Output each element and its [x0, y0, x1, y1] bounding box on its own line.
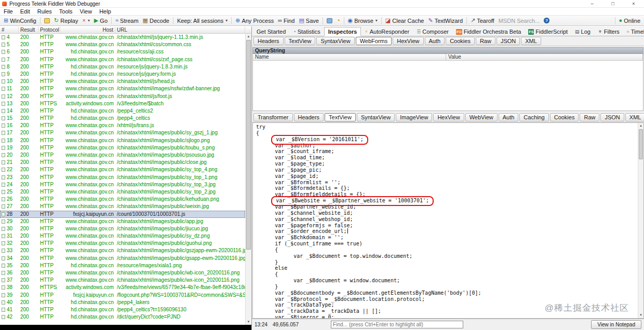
go-button[interactable]: ▶Go [92, 17, 110, 24]
response-tab-imageview[interactable]: ImageView [396, 113, 432, 121]
tab-filters[interactable]: ▼Filters [594, 28, 623, 36]
help-button[interactable]: ? [542, 17, 552, 24]
code-view[interactable]: try{ var _$BVersion = '20161011'; var _$… [252, 122, 644, 319]
decode-button[interactable]: ▦Decode [141, 17, 171, 24]
request-tab-syntaxview[interactable]: SyntaxView [316, 37, 354, 45]
session-row[interactable]: 36200HTTPwww.chinatax.gov.cn/chinatax/xh… [0, 269, 245, 277]
response-tab-auth[interactable]: Auth [499, 113, 519, 121]
session-row[interactable]: 42200HTTPhd.chinatax.gov.cn/dict/queryDi… [0, 313, 245, 321]
tearoff-button[interactable]: ↗Tearoff [468, 17, 497, 24]
session-row[interactable]: 9200HTTPhd.chinatax.gov.cn/resource/js/j… [0, 71, 245, 78]
session-row[interactable]: 33200HTTPwww.chinatax.gov.cn/chinatax/xh… [0, 247, 245, 254]
request-tab-cookies[interactable]: Cookies [446, 37, 475, 45]
find-input[interactable] [331, 321, 463, 328]
session-row[interactable]: 26200HTTPwww.chinatax.gov.cn/chinatax/xh… [0, 196, 245, 203]
session-row[interactable]: 18200HTTPwww.chinatax.gov.cn/chinatax/xh… [0, 137, 245, 144]
session-row[interactable]: 29200HTTPwww.chinatax.gov.cn/chinatax/xh… [0, 218, 245, 225]
session-row[interactable]: 7200HTTPwww.chinatax.gov.cn/chinatax/xht… [0, 56, 245, 63]
scrollbar-thumb[interactable] [246, 40, 251, 250]
response-tab-hexview[interactable]: HexView [433, 113, 464, 121]
close-button[interactable]: × [623, 0, 644, 8]
session-row[interactable]: 22200HTTPwww.chinatax.gov.cn/chinatax/xh… [0, 166, 245, 173]
menu-item-view[interactable]: View [76, 8, 96, 15]
column-header-url[interactable]: URL [115, 26, 245, 33]
response-tab-transformer[interactable]: Transformer [253, 113, 293, 121]
querystring-column-name[interactable]: Name [253, 54, 446, 60]
stream-button[interactable]: ≈Stream [113, 17, 141, 24]
session-row[interactable]: 28200HTTPfxsjcj.kaipuyun.cn/count/100037… [0, 211, 245, 218]
response-tab-xml[interactable]: XML [625, 113, 644, 121]
session-row[interactable]: 19200HTTPwww.chinatax.gov.cn/chinatax/xh… [0, 144, 245, 152]
request-tab-json[interactable]: JSON [497, 37, 520, 45]
scroll-up-icon[interactable]: ▲ [246, 34, 251, 39]
session-row[interactable]: 8200HTTPhd.chinatax.gov.cn/resource/js/j… [0, 63, 245, 71]
request-tab-xml[interactable]: XML [521, 37, 541, 45]
menu-item-tools[interactable]: Tools [56, 8, 76, 15]
response-tab-webview[interactable]: WebView [465, 113, 498, 121]
timer-button[interactable]: ◔ [334, 17, 342, 24]
tab-log[interactable]: ▤Log [571, 28, 594, 36]
response-tab-cookies[interactable]: Cookies [550, 113, 579, 121]
session-row[interactable]: 20200HTTPwww.chinatax.gov.cn/chinatax/xh… [0, 152, 245, 159]
request-tab-raw[interactable]: Raw [476, 37, 495, 45]
session-row[interactable]: 21200HTTPwww.chinatax.gov.cn/chinatax/xh… [0, 159, 245, 166]
response-tab-headers[interactable]: Headers [294, 113, 324, 121]
session-row[interactable]: 16200HTTPwww.chinatax.gov.cn/xhtml/js/tr… [0, 122, 245, 129]
session-row[interactable]: 10200HTTPwww.chinatax.gov.cn/chinatax/xh… [0, 78, 245, 85]
session-row[interactable]: 39200HTTPfxsjcj.kaipuyun.cn/flogcount.ph… [0, 292, 245, 299]
session-row[interactable]: 23200HTTPwww.chinatax.gov.cn/chinatax/xh… [0, 174, 245, 181]
column-header-result[interactable]: Result [19, 26, 38, 33]
session-row[interactable]: 41200HTTPhd.chinatax.gov.cn/pepp4_celtic… [0, 306, 245, 313]
request-tab-auth[interactable]: Auth [425, 37, 445, 45]
tab-composer[interactable]: ☰Composer [413, 28, 452, 36]
session-row[interactable]: 30200HTTPwww.chinatax.gov.cn/chinatax/xh… [0, 225, 245, 232]
browse-button[interactable]: ◉Browse▾ [346, 17, 380, 24]
session-row[interactable]: 15200HTTPhd.chinatax.gov.cn/pepp4_celtic… [0, 115, 245, 122]
session-row[interactable]: 12200HTTPwww.chinatax.gov.cn/chinatax/xh… [0, 93, 245, 100]
session-row[interactable]: 25200HTTPwww.chinatax.gov.cn/chinatax/xh… [0, 188, 245, 196]
session-row[interactable]: 34200HTTPwww.chinatax.gov.cn/chinatax/xh… [0, 255, 245, 262]
response-tab-raw[interactable]: Raw [580, 113, 599, 121]
session-row[interactable]: 14200HTTPhd.chinatax.gov.cn/pepp4_celtic… [0, 107, 245, 115]
tab-statistics[interactable]: ◔Statistics [289, 28, 324, 36]
request-tab-hexview[interactable]: HexView [393, 37, 423, 45]
session-row[interactable]: 31200HTTPwww.chinatax.gov.cn/chinatax/xh… [0, 232, 245, 240]
tab-autoresponder[interactable]: ⚡AutoResponder [361, 28, 413, 36]
online-status[interactable]: ●Online [617, 17, 642, 24]
remove-sessions-button[interactable]: ×▾ [80, 17, 91, 24]
session-row[interactable]: 32200HTTPwww.chinatax.gov.cn/chinatax/xh… [0, 240, 245, 247]
session-row[interactable]: 38200HTTPSactivity.windows.com/v3/feeds/… [0, 284, 245, 291]
session-row[interactable]: 11200HTTPwww.chinatax.gov.cn/chinatax/xh… [0, 85, 245, 92]
querystring-column-value[interactable]: Value [446, 54, 643, 60]
response-tab-syntaxview[interactable]: SyntaxView [357, 113, 395, 121]
code-scrollbar[interactable]: ▲ ▼ [638, 123, 643, 318]
session-row[interactable]: 40200HTTPhd.chinatax.gov.cn/pepp4_lakers [0, 299, 245, 306]
winconfig-button[interactable]: ⊞WinConfig [2, 17, 38, 24]
session-row[interactable]: 24200HTTPwww.chinatax.gov.cn/chinatax/xh… [0, 181, 245, 188]
minimize-button[interactable]: – [582, 0, 602, 8]
scroll-down-icon[interactable]: ▼ [638, 312, 643, 318]
session-row[interactable]: 27200HTTPwww.chinatax.gov.cn/chinatax/xh… [0, 203, 245, 210]
session-row[interactable]: 13200HTTPSactivity.windows.com/v3/feeds/… [0, 100, 245, 107]
tab-fiddlerscript[interactable]: FSFiddlerScript [525, 28, 571, 36]
textwizard-button[interactable]: ✎TextWizard [426, 17, 465, 24]
clear-cache-button[interactable]: ◪Clear Cache [383, 17, 426, 24]
tab-timeline[interactable]: ≈Timeline [623, 28, 644, 36]
tab-inspectors[interactable]: Inspectors [324, 27, 361, 36]
column-header-num[interactable]: # [0, 26, 19, 33]
save-button[interactable]: ▤Save [297, 17, 320, 24]
request-tab-textview[interactable]: TextView [285, 37, 316, 45]
view-in-notepad-button[interactable]: View in Notepad [591, 320, 641, 329]
scrollbar-thumb[interactable] [639, 129, 643, 159]
menu-item-rules[interactable]: Rules [34, 8, 56, 15]
menu-item-edit[interactable]: Edit [17, 8, 34, 15]
session-list-scrollbar[interactable]: ▲ ▼ [245, 34, 251, 325]
comment-button[interactable] [42, 18, 52, 24]
tab-fiddler-orchestra-beta[interactable]: FOFiddler Orchestra Beta [452, 28, 525, 36]
keep-sessions-button[interactable]: Keep: All sessions▾ [175, 17, 230, 24]
scroll-down-icon[interactable]: ▼ [246, 319, 251, 325]
menu-item-file[interactable]: File [0, 8, 17, 15]
code-content[interactable]: try{ var _$BVersion = '20161011'; var _$… [256, 124, 637, 318]
response-tab-textview[interactable]: TextView [325, 113, 356, 121]
replay-button[interactable]: ↻Replay [52, 17, 80, 24]
